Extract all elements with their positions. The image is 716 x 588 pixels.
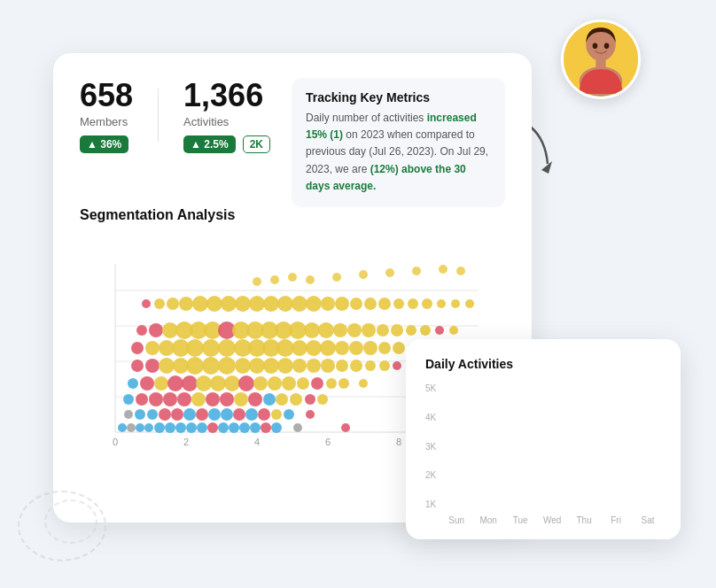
svg-point-29	[229, 422, 239, 433]
bar-col-mon: Mon	[475, 511, 502, 525]
svg-point-5	[604, 43, 610, 50]
svg-point-100	[379, 360, 390, 371]
svg-point-153	[142, 299, 151, 308]
svg-point-47	[258, 408, 270, 421]
y-label-3k: 3K	[425, 442, 436, 452]
svg-point-164	[292, 296, 307, 312]
svg-point-96	[321, 359, 335, 373]
svg-point-148	[391, 324, 403, 337]
tracking-text: Daily number of activities increased 15%…	[306, 110, 491, 195]
tracking-box: Tracking Key Metrics Daily number of act…	[292, 78, 505, 207]
svg-point-79	[311, 377, 323, 390]
svg-point-84	[145, 359, 160, 373]
svg-point-75	[253, 376, 268, 391]
svg-point-90	[235, 358, 251, 374]
svg-point-21	[144, 423, 153, 432]
svg-point-91	[249, 358, 265, 374]
svg-point-31	[250, 422, 261, 433]
bar-label-sat: Sat	[642, 515, 655, 525]
svg-point-182	[359, 270, 368, 279]
svg-point-163	[277, 296, 293, 312]
svg-point-72	[210, 375, 226, 391]
svg-point-168	[350, 298, 362, 310]
bar-col-sun: Sun	[443, 511, 470, 525]
svg-point-95	[307, 359, 321, 373]
svg-point-179	[288, 273, 297, 282]
svg-point-25	[186, 422, 197, 433]
svg-point-35	[341, 423, 350, 432]
svg-point-26	[197, 422, 207, 433]
svg-point-143	[318, 322, 334, 338]
bar-col-wed: Wed	[539, 511, 565, 525]
members-badge: ▲ 36%	[80, 135, 128, 153]
daily-title: Daily Activities	[425, 357, 661, 371]
bar-chart-inner: Sun Mon Tue Wed Thu	[443, 383, 661, 525]
svg-point-145	[347, 323, 362, 337]
svg-point-130	[136, 325, 147, 336]
svg-point-30	[239, 422, 250, 433]
svg-point-67	[140, 376, 154, 391]
highlight-increased: increased 15% (1)	[306, 112, 477, 141]
svg-point-180	[306, 275, 315, 284]
svg-point-170	[378, 298, 391, 310]
activities-block: 1,366 Activities ▲ 2.5% 2K	[183, 78, 270, 153]
svg-point-158	[206, 296, 222, 312]
svg-rect-3	[595, 58, 605, 69]
svg-point-83	[131, 360, 144, 372]
bar-col-thu: Thu	[571, 511, 597, 525]
svg-point-144	[333, 323, 347, 337]
svg-text:2: 2	[183, 437, 189, 447]
svg-point-43	[208, 408, 221, 421]
daily-card: Daily Activities 5K 4K 3K 2K 1K Sun Mon	[406, 339, 681, 539]
svg-point-181	[332, 273, 341, 282]
svg-point-74	[238, 375, 254, 391]
svg-point-122	[363, 341, 377, 355]
activities-value: 1,366	[183, 78, 270, 113]
svg-text:4: 4	[254, 437, 260, 447]
tracking-box-wrapper: Tracking Key Metrics Daily number of act…	[292, 78, 505, 207]
y-label-2k: 2K	[425, 470, 436, 480]
svg-point-89	[218, 357, 236, 375]
svg-point-4	[593, 43, 598, 50]
svg-point-76	[268, 376, 282, 391]
svg-point-28	[218, 422, 229, 433]
members-badge-row: ▲ 36%	[80, 135, 133, 153]
svg-point-131	[149, 323, 163, 337]
activities-label: Activities	[183, 115, 270, 128]
bar-label-sun: Sun	[448, 515, 464, 525]
svg-point-150	[420, 325, 431, 336]
svg-point-81	[339, 378, 349, 389]
svg-point-20	[136, 423, 144, 432]
svg-point-177	[253, 277, 261, 286]
svg-point-22	[154, 422, 165, 433]
svg-point-169	[364, 298, 377, 310]
svg-point-63	[290, 393, 302, 406]
metric-divider	[158, 89, 159, 142]
svg-point-176	[465, 299, 474, 308]
svg-point-157	[192, 296, 208, 312]
svg-point-93	[277, 358, 293, 374]
svg-point-71	[196, 375, 212, 391]
svg-point-186	[456, 267, 465, 275]
svg-point-107	[145, 341, 160, 355]
svg-point-49	[284, 409, 294, 420]
svg-point-73	[224, 375, 240, 391]
metrics-left: 658 Members ▲ 36% 1,366 Activities ▲ 2.5…	[80, 78, 270, 153]
svg-point-184	[412, 267, 421, 275]
tracking-title: Tracking Key Metrics	[306, 90, 491, 104]
svg-point-55	[177, 392, 191, 406]
svg-point-46	[245, 408, 258, 421]
members-block: 658 Members ▲ 36%	[80, 78, 133, 153]
svg-point-56	[191, 392, 206, 406]
svg-point-33	[271, 422, 282, 433]
svg-point-165	[306, 296, 322, 312]
svg-point-39	[159, 408, 171, 421]
svg-point-65	[317, 394, 328, 405]
svg-point-58	[220, 392, 234, 406]
svg-point-48	[271, 409, 282, 420]
svg-point-19	[127, 423, 136, 432]
svg-point-64	[305, 394, 315, 405]
svg-point-110	[186, 339, 204, 357]
svg-point-120	[335, 341, 349, 355]
bar-col-tue: Tue	[507, 511, 533, 525]
